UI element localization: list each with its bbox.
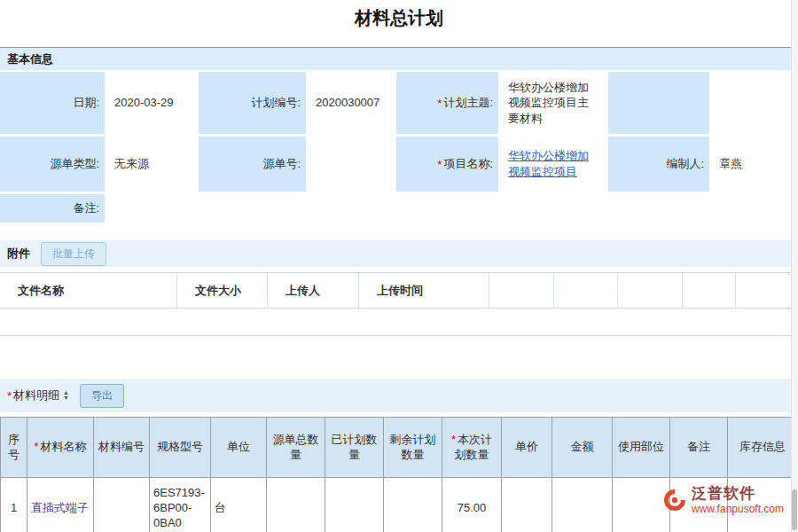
col-unit: 单位 [211, 418, 267, 478]
project-label: *项目名称: [396, 137, 498, 192]
col-remark: 备注 [670, 418, 728, 478]
basic-info-title: 基本信息 [7, 52, 53, 66]
cell-source-total-qty [267, 478, 325, 532]
cell-current-plan-qty: 75.00 [442, 478, 502, 532]
watermark-url: www.fanpusoft.com [692, 503, 784, 515]
col-spec-model: 规格型号 [150, 418, 211, 478]
attachments-section-header: 附件 批量上传 [0, 240, 798, 267]
attachment-col-empty [618, 273, 683, 309]
attachment-col-uploader: 上传人 [268, 273, 359, 309]
cell-material-name: 直插式端子 [27, 478, 94, 532]
col-remaining-qty: 剩余计划数量 [384, 418, 442, 478]
col-amount: 金额 [552, 418, 613, 478]
required-mark: * [437, 158, 442, 171]
creator-value: 章燕 [712, 137, 798, 192]
col-seq: 序号 [1, 418, 27, 478]
page-title: 材料总计划 [0, 0, 798, 30]
attachment-col-empty [489, 273, 554, 309]
batch-upload-button[interactable]: 批量上传 [41, 242, 106, 266]
col-material-code: 材料编号 [94, 418, 150, 478]
remark-value [107, 194, 798, 223]
col-current-plan-qty: *本次计划数量 [442, 418, 502, 478]
attachments-empty-body [0, 309, 798, 335]
material-detail-section-header: * 材料明细 ▲▼ 导出 [0, 379, 798, 412]
attachments-title: 附件 [7, 246, 30, 262]
date-label: 日期: [0, 72, 105, 134]
basic-info-section-header: 基本信息 [0, 47, 798, 70]
sort-toggle-icon[interactable]: ▲▼ [63, 390, 69, 401]
fanpu-logo-icon [663, 489, 686, 512]
source-no-label: 源单号: [199, 137, 306, 192]
plan-no-value: 2020030007 [309, 72, 394, 134]
attachment-col-filesize: 文件大小 [177, 273, 268, 309]
col-material-name: *材料名称 [27, 418, 94, 478]
source-type-value: 无来源 [107, 137, 196, 192]
source-no-value [309, 137, 394, 192]
cell-material-code [94, 478, 150, 532]
basic-info-form: 日期: 2020-03-29 计划编号: 2020030007 *计划主题: 华… [0, 72, 798, 223]
required-mark: * [437, 97, 442, 110]
cell-usage-part [613, 478, 670, 532]
cell-seq: 1 [1, 478, 27, 532]
subject-label: *计划主题: [396, 72, 498, 134]
attachment-col-empty [736, 273, 798, 309]
attachment-col-uploadtime: 上传时间 [359, 273, 489, 309]
empty-label-cell [608, 72, 709, 134]
subject-value: 华软办公楼增加视频监控项目主要材料 [501, 72, 606, 134]
col-usage-part: 使用部位 [613, 418, 670, 478]
creator-label: 编制人: [608, 137, 709, 192]
cell-amount [552, 478, 613, 532]
col-unit-price: 单价 [502, 418, 552, 478]
plan-no-label: 计划编号: [199, 72, 306, 134]
cell-planned-qty [325, 478, 384, 532]
required-mark: * [451, 433, 456, 446]
attachments-table: 文件名称 文件大小 上传人 上传时间 [0, 272, 798, 336]
source-type-label: 源单类型: [0, 137, 105, 192]
empty-value-cell [712, 72, 798, 134]
material-detail-title: 材料明细 [13, 387, 59, 403]
watermark-brand: 泛普软件 [692, 486, 784, 503]
attachment-col-filename: 文件名称 [0, 273, 177, 309]
cell-unit: 台 [211, 478, 267, 532]
project-value-cell: 华软办公楼增加视频监控项目 [501, 137, 606, 192]
required-mark: * [7, 389, 12, 403]
vendor-watermark: 泛普软件 www.fanpusoft.com [663, 486, 784, 515]
cell-unit-price [502, 478, 552, 532]
cell-spec-model: 6ES7193-6BP00-0BA0 [150, 478, 211, 532]
scrollbar-thumb[interactable] [792, 489, 797, 530]
project-link[interactable]: 华软办公楼增加视频监控项目 [508, 148, 598, 179]
export-button[interactable]: 导出 [80, 384, 124, 408]
attachment-col-empty [683, 273, 736, 309]
attachment-col-empty [554, 273, 618, 309]
remark-label: 备注: [0, 194, 105, 223]
col-source-total-qty: 源单总数量 [267, 418, 325, 478]
col-planned-qty: 已计划数量 [325, 418, 384, 478]
col-stock-info: 库存信息 [728, 418, 798, 478]
date-value: 2020-03-29 [107, 72, 196, 134]
required-mark: * [34, 440, 38, 453]
vertical-scrollbar[interactable] [791, 0, 798, 532]
cell-remaining-qty [384, 478, 442, 532]
